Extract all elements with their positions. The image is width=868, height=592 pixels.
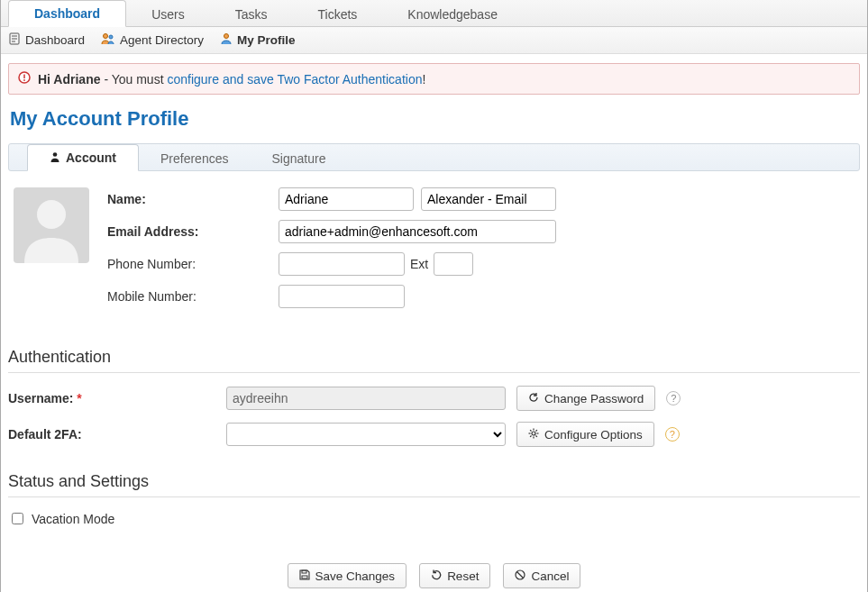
- save-button[interactable]: Save Changes: [288, 563, 407, 588]
- topnav-label: Users: [151, 7, 185, 22]
- user-icon: [220, 32, 233, 48]
- subnav-label: Agent Directory: [120, 33, 204, 47]
- change-password-button[interactable]: Change Password: [516, 386, 655, 411]
- topnav-tab-tasks[interactable]: Tasks: [210, 2, 293, 27]
- last-name-input[interactable]: [421, 187, 556, 211]
- topnav-label: Tickets: [317, 7, 357, 22]
- sub-nav: Dashboard Agent Directory My Profile: [1, 27, 867, 54]
- svg-point-12: [532, 432, 535, 435]
- profile-fields: Name: Email Address: Phone Number: Ext M: [107, 187, 854, 317]
- vacation-mode-checkbox[interactable]: [12, 513, 23, 524]
- subnav-item-agent-directory[interactable]: Agent Directory: [101, 32, 204, 48]
- button-label: Cancel: [531, 569, 569, 583]
- clipboard-icon: [8, 32, 21, 48]
- row-username: Username: * Change Password ?: [8, 386, 860, 411]
- subnav-item-my-profile[interactable]: My Profile: [220, 32, 296, 48]
- svg-point-10: [53, 152, 58, 157]
- help-icon[interactable]: ?: [665, 427, 680, 442]
- topnav-tab-tickets[interactable]: Tickets: [292, 2, 382, 27]
- section-tab-label: Signature: [271, 151, 325, 166]
- divider: [8, 372, 860, 373]
- label-name: Name:: [107, 192, 279, 206]
- first-name-input[interactable]: [279, 187, 414, 211]
- heading-authentication: Authentication: [8, 348, 860, 367]
- section-tab-signature[interactable]: Signature: [250, 146, 347, 171]
- page-title: My Account Profile: [10, 107, 858, 131]
- topnav-tab-dashboard[interactable]: Dashboard: [8, 0, 126, 27]
- topnav-tab-knowledgebase[interactable]: Knowledgebase: [382, 2, 523, 27]
- topnav-label: Knowledgebase: [407, 7, 498, 22]
- label-email: Email Address:: [107, 224, 279, 239]
- help-icon[interactable]: ?: [666, 391, 681, 405]
- phone-input[interactable]: [279, 252, 405, 276]
- section-tab-account[interactable]: Account: [27, 144, 139, 171]
- default-2fa-select[interactable]: [226, 423, 506, 446]
- topnav-label: Dashboard: [34, 6, 100, 21]
- button-label: Reset: [447, 569, 479, 583]
- subnav-item-dashboard[interactable]: Dashboard: [8, 32, 85, 48]
- avatar: [14, 187, 89, 263]
- subnav-label: My Profile: [237, 33, 296, 47]
- required-marker: *: [77, 391, 81, 405]
- mobile-input[interactable]: [279, 285, 405, 308]
- divider: [8, 496, 860, 497]
- svg-line-17: [530, 430, 531, 431]
- save-icon: [299, 569, 310, 583]
- alert-banner: Hi Adriane - You must configure and save…: [8, 63, 860, 95]
- row-vacation-mode: Vacation Mode: [8, 510, 860, 527]
- svg-point-9: [23, 79, 25, 81]
- subnav-label: Dashboard: [25, 33, 85, 47]
- label-mobile: Mobile Number:: [107, 289, 279, 304]
- label-phone: Phone Number:: [107, 257, 279, 271]
- topnav-tab-users[interactable]: Users: [126, 2, 210, 27]
- svg-line-18: [536, 435, 537, 436]
- svg-point-4: [104, 34, 108, 39]
- topnav-label: Tasks: [235, 7, 268, 22]
- svg-point-11: [37, 200, 66, 229]
- refresh-icon: [528, 392, 539, 405]
- error-icon: [18, 71, 31, 87]
- gear-icon: [528, 428, 539, 442]
- section-tab-bar: Account Preferences Signature: [8, 143, 860, 171]
- alert-text: Hi Adriane - You must configure and save…: [38, 72, 425, 87]
- label-username-text: Username:: [8, 391, 73, 405]
- undo-icon: [431, 569, 442, 583]
- app-window: Dashboard Users Tasks Tickets Knowledgeb…: [0, 0, 868, 592]
- row-default-2fa: Default 2FA: Configure Options ?: [8, 422, 860, 447]
- alert-middle: - You must: [101, 72, 168, 87]
- button-label: Configure Options: [544, 428, 643, 442]
- svg-rect-21: [302, 570, 306, 573]
- footer-actions: Save Changes Reset Cancel: [8, 563, 860, 588]
- svg-line-19: [536, 430, 537, 431]
- configure-options-button[interactable]: Configure Options: [516, 422, 654, 447]
- label-ext: Ext: [410, 257, 428, 271]
- svg-rect-22: [302, 576, 307, 578]
- svg-line-24: [517, 571, 524, 578]
- top-nav: Dashboard Users Tasks Tickets Knowledgeb…: [1, 0, 867, 27]
- label-default-2fa: Default 2FA:: [8, 427, 215, 442]
- alert-prefix: Hi Adriane: [38, 72, 101, 87]
- section-tab-label: Account: [66, 150, 116, 165]
- alert-suffix: !: [422, 72, 425, 87]
- button-label: Save Changes: [315, 569, 396, 583]
- label-vacation-mode: Vacation Mode: [32, 512, 114, 526]
- section-tab-label: Preferences: [160, 151, 228, 166]
- svg-point-5: [109, 35, 113, 39]
- reset-button[interactable]: Reset: [419, 563, 490, 588]
- content-area: Hi Adriane - You must configure and save…: [1, 54, 867, 592]
- button-label: Change Password: [544, 392, 644, 405]
- phone-ext-input[interactable]: [434, 252, 473, 276]
- svg-point-6: [224, 34, 229, 39]
- users-icon: [101, 32, 115, 48]
- email-input[interactable]: [279, 220, 556, 243]
- alert-link-2fa[interactable]: configure and save Two Factor Authentica…: [167, 72, 422, 87]
- section-tab-preferences[interactable]: Preferences: [139, 146, 250, 171]
- username-input: [226, 387, 506, 410]
- person-icon: [50, 150, 60, 165]
- profile-form: Name: Email Address: Phone Number: Ext M: [8, 171, 860, 323]
- heading-status-settings: Status and Settings: [8, 472, 860, 491]
- cancel-icon: [515, 569, 525, 583]
- label-username: Username: *: [8, 391, 215, 405]
- cancel-button[interactable]: Cancel: [503, 563, 580, 588]
- svg-line-20: [530, 435, 531, 436]
